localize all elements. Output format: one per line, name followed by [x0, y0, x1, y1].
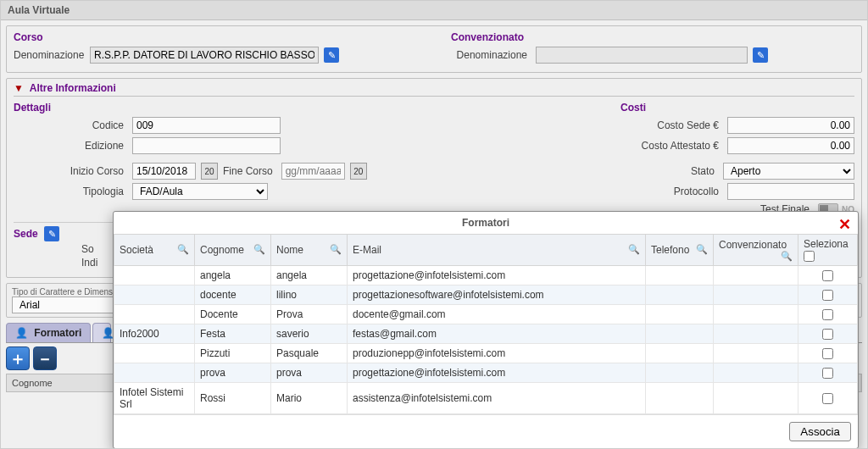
corso-denom-label: Denominazione — [14, 49, 81, 61]
fine-corso-label: Fine Corso — [223, 165, 273, 177]
th-societa[interactable]: Società🔍 — [114, 235, 195, 266]
costo-sede-input[interactable] — [727, 117, 854, 134]
codice-input[interactable] — [132, 117, 281, 134]
altre-info-title: Altre Informazioni — [30, 82, 116, 94]
calendar-inizio-icon[interactable]: 20 — [201, 163, 218, 180]
row-select-checkbox[interactable] — [822, 309, 833, 320]
cell-cognome: angela — [195, 266, 271, 285]
cell-telefono — [646, 363, 714, 383]
edit-conv-icon[interactable]: ✎ — [753, 47, 768, 63]
row-select-checkbox[interactable] — [822, 368, 833, 379]
cell-email: festas@gmail.com — [348, 324, 646, 344]
conv-denom-label: Denominazione — [451, 49, 527, 61]
th-seleziona[interactable]: Seleziona — [798, 235, 858, 266]
search-icon[interactable]: 🔍 — [177, 244, 189, 255]
table-row[interactable]: Infotel Sistemi SrlRossiMarioassistenza@… — [114, 383, 858, 414]
inizio-corso-input[interactable] — [132, 163, 196, 180]
remove-button[interactable]: － — [33, 346, 57, 370]
edizione-input[interactable] — [132, 137, 281, 154]
cell-cognome: docente — [195, 285, 271, 305]
search-icon[interactable]: 🔍 — [628, 244, 640, 255]
cell-societa: Info2000 — [114, 324, 195, 344]
cell-nome: Prova — [271, 305, 348, 324]
altre-info-header[interactable]: ▼ Altre Informazioni — [14, 80, 854, 97]
inizio-corso-label: Inizio Corso — [14, 165, 124, 177]
tipologia-label: Tipologia — [14, 186, 124, 197]
search-icon[interactable]: 🔍 — [781, 251, 793, 262]
costo-sede-label: Costo Sede € — [657, 119, 719, 131]
th-nome[interactable]: Nome🔍 — [271, 235, 348, 266]
calendar-fine-icon[interactable]: 20 — [350, 163, 367, 180]
cell-telefono — [646, 305, 714, 324]
edit-corso-icon[interactable]: ✎ — [324, 47, 339, 63]
cell-nome: lilino — [271, 285, 348, 305]
cell-email: progettazione@infotelsistemi.com — [348, 266, 646, 285]
th-cognome[interactable]: Cognome🔍 — [195, 235, 271, 266]
row-select-checkbox[interactable] — [822, 270, 833, 281]
table-row[interactable]: provaprovaprogettazione@infotelsistemi.c… — [114, 363, 858, 383]
dialog-close-icon[interactable]: ✕ — [838, 215, 851, 234]
tab-second[interactable]: 👤 — [92, 323, 111, 342]
conv-denom-input — [536, 47, 748, 64]
th-convenzionato[interactable]: Convenzionato🔍 — [714, 235, 798, 266]
cell-nome: Mario — [271, 383, 348, 414]
formatori-table: Società🔍 Cognome🔍 Nome🔍 E-Mail🔍 Telefono… — [114, 234, 858, 414]
cell-convenzionato — [714, 383, 798, 414]
person-icon: 👤 — [15, 327, 28, 339]
table-row[interactable]: docentelilinoprogettazionesoftware@infot… — [114, 285, 858, 305]
table-row[interactable]: Info2000Festasaveriofestas@gmail.com — [114, 324, 858, 344]
table-row[interactable]: angelaangelaprogettazione@infotelsistemi… — [114, 266, 858, 285]
cell-nome: prova — [271, 363, 348, 383]
cell-convenzionato — [714, 266, 798, 285]
cell-email: assistenza@infotelsistemi.com — [348, 383, 646, 414]
th-telefono[interactable]: Telefono🔍 — [646, 235, 714, 266]
tab-formatori[interactable]: 👤 Formatori — [6, 323, 91, 342]
search-icon[interactable]: 🔍 — [330, 244, 342, 255]
cell-cognome: prova — [195, 363, 271, 383]
edizione-label: Edizione — [14, 140, 124, 152]
fine-corso-input[interactable] — [281, 163, 345, 180]
cell-cognome: Festa — [195, 324, 271, 344]
corso-header: Corso — [14, 31, 417, 43]
cell-societa — [114, 344, 195, 363]
add-button[interactable]: ＋ — [6, 346, 30, 370]
costo-attestato-label: Costo Attestato € — [642, 140, 719, 152]
stato-select[interactable]: Aperto — [723, 163, 854, 180]
edit-sede-icon[interactable]: ✎ — [44, 226, 59, 241]
row-select-checkbox[interactable] — [822, 393, 833, 404]
cell-societa — [114, 266, 195, 285]
cell-societa — [114, 363, 195, 383]
associa-button[interactable]: Associa — [789, 422, 851, 441]
cell-cognome: Docente — [195, 305, 271, 324]
cell-telefono — [646, 266, 714, 285]
table-row[interactable]: PizzutiPasqualeproduzionepp@infotelsiste… — [114, 344, 858, 363]
cell-convenzionato — [714, 344, 798, 363]
row-select-checkbox[interactable] — [822, 329, 833, 340]
search-icon[interactable]: 🔍 — [696, 244, 708, 255]
costo-attestato-input[interactable] — [727, 137, 854, 154]
convenzionato-header: Convenzionato — [451, 31, 854, 43]
cell-convenzionato — [714, 305, 798, 324]
select-all-checkbox[interactable] — [804, 251, 815, 262]
cell-cognome: Rossi — [195, 383, 271, 414]
sede-header: Sede — [14, 228, 38, 240]
cell-convenzionato — [714, 324, 798, 344]
corso-panel: Corso Denominazione ✎ Convenzionato Deno… — [6, 25, 862, 73]
cell-telefono — [646, 383, 714, 414]
search-icon[interactable]: 🔍 — [253, 244, 265, 255]
cell-telefono — [646, 324, 714, 344]
cell-nome: Pasquale — [271, 344, 348, 363]
row-select-checkbox[interactable] — [822, 348, 833, 359]
protocollo-label: Protocollo — [674, 186, 719, 197]
th-email[interactable]: E-Mail🔍 — [348, 235, 646, 266]
row-select-checkbox[interactable] — [822, 290, 833, 301]
codice-label: Codice — [14, 119, 124, 131]
dialog-title: Formatori — [462, 217, 509, 229]
cell-email: docente@gmail.com — [348, 305, 646, 324]
table-row[interactable]: DocenteProvadocente@gmail.com — [114, 305, 858, 324]
protocollo-input[interactable] — [727, 183, 854, 200]
cell-email: produzionepp@infotelsistemi.com — [348, 344, 646, 363]
tipologia-select[interactable]: FAD/Aula — [132, 183, 268, 200]
collapse-triangle-icon: ▼ — [14, 82, 24, 94]
tab-formatori-label: Formatori — [34, 327, 81, 339]
